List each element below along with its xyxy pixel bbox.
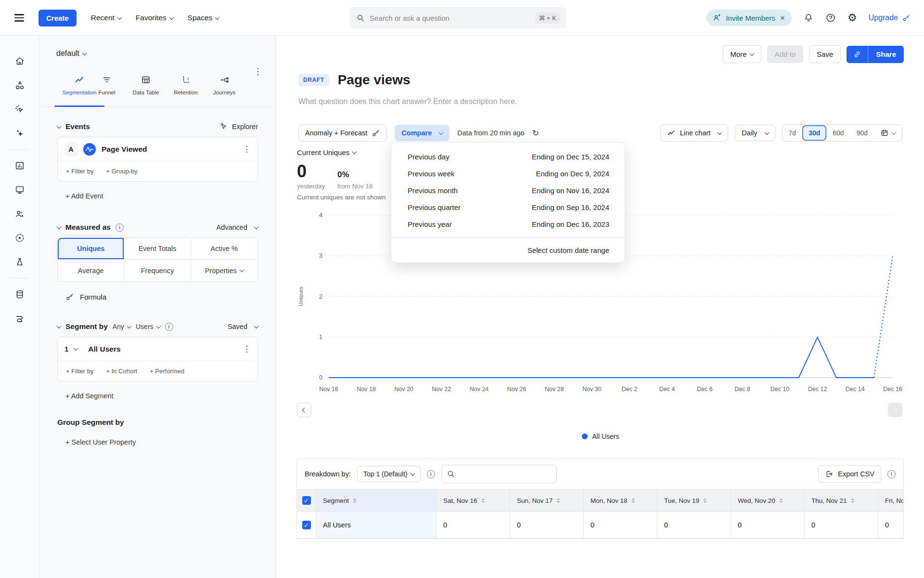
close-icon[interactable] bbox=[780, 14, 785, 22]
header-day[interactable]: Sat, Nov 16 bbox=[436, 489, 510, 512]
segment-match-dropdown[interactable]: Any bbox=[113, 323, 131, 330]
saved-segments-dropdown[interactable]: Saved bbox=[228, 323, 258, 330]
hamburger-menu-icon[interactable] bbox=[14, 14, 24, 21]
sort-icon[interactable] bbox=[779, 498, 783, 503]
integrations-flow-icon[interactable] bbox=[0, 306, 39, 330]
analytics-chart-icon[interactable] bbox=[0, 154, 39, 178]
replays-play-icon[interactable] bbox=[0, 226, 39, 250]
sort-icon[interactable] bbox=[631, 498, 635, 503]
tab-data-table[interactable]: Data Table bbox=[125, 75, 167, 106]
settings-gear-icon[interactable] bbox=[847, 13, 857, 23]
share-button[interactable]: Share bbox=[847, 46, 904, 63]
info-icon[interactable] bbox=[427, 470, 435, 478]
chart-type-dropdown[interactable]: Line chart bbox=[660, 124, 729, 142]
breakdown-search-input[interactable] bbox=[459, 470, 552, 478]
measure-frequency[interactable]: Frequency bbox=[124, 260, 191, 281]
home-icon[interactable] bbox=[0, 49, 39, 73]
spaces-menu[interactable]: Spaces bbox=[188, 13, 219, 22]
range-60d[interactable]: 60d bbox=[826, 125, 850, 141]
measure-properties[interactable]: Properties bbox=[191, 260, 257, 281]
chart-page-right-button[interactable] bbox=[888, 403, 902, 417]
menu-item-previous-day[interactable]: Previous dayEnding on Dec 15, 2024 bbox=[391, 148, 625, 165]
notifications-bell-icon[interactable] bbox=[803, 13, 814, 23]
segment-options-menu[interactable] bbox=[243, 345, 251, 353]
header-day[interactable]: Wed, Nov 20 bbox=[731, 489, 805, 512]
segment-type-dropdown[interactable]: Users bbox=[136, 323, 160, 330]
info-icon[interactable] bbox=[165, 323, 173, 331]
select-user-property-link[interactable]: + Select User Property bbox=[65, 438, 258, 446]
favorites-menu[interactable]: Favorites bbox=[136, 13, 173, 22]
session-replay-cursor-icon[interactable] bbox=[0, 97, 39, 121]
workspace-selector[interactable]: default bbox=[56, 49, 86, 58]
refresh-icon[interactable] bbox=[532, 128, 539, 138]
add-event-link[interactable]: + Add Event bbox=[65, 192, 258, 200]
segment-in-cohort-link[interactable]: + In Cohort bbox=[106, 368, 137, 375]
dashboards-monitor-icon[interactable] bbox=[0, 178, 39, 202]
row-segment[interactable]: All Users bbox=[316, 512, 436, 539]
sort-icon[interactable] bbox=[851, 498, 855, 503]
invite-members-pill[interactable]: Invite Members bbox=[706, 10, 791, 26]
event-filter-by-link[interactable]: + Filter by bbox=[66, 168, 93, 175]
help-icon[interactable] bbox=[825, 13, 836, 23]
range-90d[interactable]: 90d bbox=[850, 125, 874, 141]
upgrade-link[interactable]: Upgrade bbox=[869, 13, 911, 22]
menu-item-previous-year[interactable]: Previous yearEnding on Dec 16, 2023 bbox=[391, 216, 625, 233]
granularity-dropdown[interactable]: Daily bbox=[735, 125, 775, 141]
range-7d[interactable]: 7d bbox=[783, 125, 803, 141]
info-icon[interactable] bbox=[116, 223, 124, 232]
breakdown-selector[interactable]: Top 1 (Default) bbox=[357, 466, 421, 482]
description-placeholder[interactable]: What question does this chart answer? En… bbox=[298, 97, 517, 106]
recent-menu[interactable]: Recent bbox=[91, 13, 121, 22]
header-day[interactable]: Mon, Nov 18 bbox=[584, 489, 657, 512]
measure-event-totals[interactable]: Event Totals bbox=[124, 238, 191, 260]
tabs-more-menu[interactable] bbox=[254, 67, 262, 76]
copy-link-icon[interactable] bbox=[847, 46, 868, 63]
row-checkbox[interactable] bbox=[302, 521, 311, 529]
select-all-checkbox[interactable] bbox=[302, 496, 311, 505]
sort-icon[interactable] bbox=[481, 498, 485, 503]
advanced-toggle[interactable]: Advanced bbox=[217, 223, 258, 231]
header-day[interactable]: Tue, Nov 19 bbox=[657, 489, 731, 512]
select-custom-date-range[interactable]: Select custom date range bbox=[391, 237, 625, 263]
create-button[interactable]: Create bbox=[38, 10, 77, 26]
export-csv-button[interactable]: Export CSV bbox=[818, 465, 881, 483]
ai-sparkle-icon[interactable] bbox=[0, 121, 39, 145]
experiments-flask-icon[interactable] bbox=[0, 250, 39, 274]
chevron-down-icon[interactable] bbox=[74, 346, 78, 351]
collapse-chevron-icon[interactable] bbox=[57, 224, 62, 229]
event-group-by-link[interactable]: + Group-by bbox=[106, 168, 137, 175]
segment-filter-by-link[interactable]: + Filter by bbox=[66, 368, 93, 375]
menu-item-previous-quarter[interactable]: Previous quarterEnding on Sep 16, 2024 bbox=[391, 199, 625, 216]
header-day[interactable]: Sun, Nov 17 bbox=[510, 489, 584, 512]
chart-legend[interactable]: All Users bbox=[295, 433, 906, 440]
more-button[interactable]: More bbox=[723, 45, 761, 63]
tab-journeys[interactable]: Journeys bbox=[208, 75, 240, 106]
add-to-button[interactable]: Add to bbox=[767, 45, 803, 63]
add-segment-link[interactable]: + Add Segment bbox=[65, 392, 258, 400]
segment-performed-link[interactable]: + Performed bbox=[150, 368, 184, 375]
collapse-chevron-icon[interactable] bbox=[57, 324, 62, 328]
sort-icon[interactable] bbox=[353, 498, 357, 503]
formula-button[interactable]: Formula bbox=[65, 292, 258, 301]
page-title[interactable]: Page views bbox=[338, 72, 411, 88]
explorer-button[interactable]: Explorer bbox=[219, 122, 258, 131]
segment-name[interactable]: All Users bbox=[88, 345, 237, 354]
measure-active-pct[interactable]: Active % bbox=[191, 238, 257, 260]
global-search[interactable]: ⌘ + K bbox=[349, 7, 566, 28]
collapse-chevron-icon[interactable] bbox=[57, 124, 62, 129]
measure-average[interactable]: Average bbox=[58, 260, 124, 281]
data-database-icon[interactable] bbox=[0, 282, 39, 306]
audiences-users-icon[interactable] bbox=[0, 202, 39, 226]
header-segment[interactable]: Segment bbox=[316, 489, 436, 512]
menu-item-previous-month[interactable]: Previous monthEnding on Nov 16, 2024 bbox=[391, 182, 625, 199]
breakdown-search[interactable] bbox=[441, 465, 557, 483]
tab-funnel[interactable]: Funnel bbox=[93, 75, 121, 106]
compare-button[interactable]: Compare bbox=[395, 125, 449, 141]
header-day[interactable]: Thu, Nov 21 bbox=[805, 489, 878, 512]
chart-page-left-button[interactable] bbox=[297, 403, 311, 417]
custom-date-calendar[interactable] bbox=[874, 125, 902, 141]
sort-icon[interactable] bbox=[556, 498, 560, 503]
search-input[interactable] bbox=[370, 14, 530, 22]
event-name[interactable]: Page Viewed bbox=[102, 145, 237, 154]
header-day[interactable]: Fri, Nov 22 bbox=[878, 489, 904, 512]
